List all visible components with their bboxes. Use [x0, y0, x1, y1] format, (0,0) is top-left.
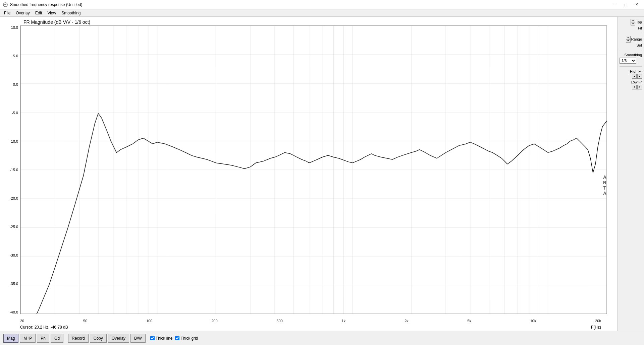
low-fr-row: ◄ ► — [620, 85, 642, 89]
mp-button[interactable]: M+P — [20, 334, 36, 343]
y-label-0: 0.0 — [13, 82, 18, 86]
high-fr-row: ◄ ► — [620, 74, 642, 79]
frequency-chart[interactable] — [20, 25, 607, 314]
copy-button[interactable]: Copy — [90, 334, 107, 343]
right-panel: ▲ ▼ Top Fit ▲ ▼ Range Set — [617, 17, 644, 331]
x-label-200: 200 — [211, 319, 217, 323]
minimize-button[interactable]: ─ — [610, 1, 620, 8]
high-fr-label: High Fr — [620, 69, 642, 73]
y-label--15: -15.0 — [10, 168, 18, 172]
smoothing-select[interactable]: 1/6 Off 1/48 1/24 1/12 1/3 1/2 1/1 — [620, 58, 636, 64]
range-group: ▲ ▼ Range Set — [620, 36, 642, 47]
chart-area: FR Magnitude (dB V/V - 1/6 oct) 10.0 5.0… — [0, 17, 617, 331]
top-spin-down[interactable]: ▼ — [631, 22, 635, 25]
menu-item-file[interactable]: File — [1, 10, 13, 16]
fit-row: Fit — [620, 26, 642, 30]
record-button[interactable]: Record — [68, 334, 89, 343]
low-fr-group: Low Fr ◄ ► — [620, 80, 642, 89]
low-fr-right[interactable]: ► — [637, 85, 642, 89]
x-label-20k: 20k — [595, 319, 601, 323]
x-label-5k: 5k — [467, 319, 471, 323]
high-fr-left[interactable]: ◄ — [632, 74, 637, 79]
chart-title: FR Magnitude (dB V/V - 1/6 oct) — [0, 17, 617, 25]
fhz-label: F(Hz) — [591, 325, 601, 330]
main-layout: FR Magnitude (dB V/V - 1/6 oct) 10.0 5.0… — [0, 17, 644, 331]
top-fit-group: ▲ ▼ Top Fit — [620, 19, 642, 30]
menubar: FileOverlayEditViewSmoothing — [0, 9, 644, 17]
bottom-toolbar: Mag M+P Ph Gd Record Copy Overlay B/W Th… — [0, 331, 644, 345]
range-spin-down[interactable]: ▼ — [626, 39, 631, 43]
smoothing-group: Smoothing 1/6 Off 1/48 1/24 1/12 1/3 1/2… — [620, 53, 642, 64]
cursor-info: Cursor: 20.2 Hz, -46.78 dB — [20, 325, 68, 330]
thick-grid-label: Thick grid — [180, 336, 198, 341]
bw-button[interactable]: B/W — [130, 334, 146, 343]
smoothing-label: Smoothing — [620, 53, 642, 57]
low-fr-left[interactable]: ◄ — [632, 85, 637, 89]
y-label--30: -30.0 — [10, 253, 18, 257]
y-label-5: 5.0 — [13, 54, 18, 58]
menu-item-edit[interactable]: Edit — [33, 10, 45, 16]
y-label--25: -25.0 — [10, 225, 18, 229]
y-label--20: -20.0 — [10, 196, 18, 200]
high-fr-group: High Fr ◄ ► — [620, 69, 642, 79]
mag-button[interactable]: Mag — [3, 334, 18, 343]
maximize-button[interactable]: □ — [621, 1, 631, 8]
y-label-10: 10.0 — [11, 25, 18, 29]
close-button[interactable]: ✕ — [632, 1, 641, 8]
menu-item-smoothing[interactable]: Smoothing — [59, 10, 83, 16]
fit-label: Fit — [638, 26, 642, 30]
y-label--10: -10.0 — [10, 139, 18, 143]
x-label-2k: 2k — [405, 319, 409, 323]
thick-line-check[interactable]: Thick line — [150, 336, 173, 341]
set-row: Set — [620, 43, 642, 47]
y-label--35: -35.0 — [10, 282, 18, 286]
x-axis-labels: 20 50 100 200 500 1k 2k 5k 10k 20k — [20, 319, 601, 323]
y-label--5: -5.0 — [12, 111, 18, 115]
app-icon — [3, 2, 8, 7]
overlay-button[interactable]: Overlay — [108, 334, 129, 343]
x-label-20: 20 — [20, 319, 24, 323]
x-label-500: 500 — [276, 319, 282, 323]
low-fr-label: Low Fr — [620, 80, 642, 84]
thick-grid-checkbox[interactable] — [175, 336, 179, 340]
range-row: ▲ ▼ Range — [620, 36, 642, 43]
window-title: Smoothed frequency response (Untitled) — [10, 2, 610, 7]
thick-grid-check[interactable]: Thick grid — [175, 336, 198, 341]
x-label-1k: 1k — [341, 319, 345, 323]
high-fr-right[interactable]: ► — [637, 74, 642, 79]
range-spin: ▲ ▼ — [626, 36, 631, 43]
thick-line-label: Thick line — [156, 336, 173, 341]
x-label-100: 100 — [146, 319, 152, 323]
thick-line-checkbox[interactable] — [150, 336, 155, 340]
menu-item-overlay[interactable]: Overlay — [13, 10, 32, 16]
y-label--40: -40.0 — [10, 310, 18, 314]
top-label: Top — [636, 20, 642, 24]
range-spin-up[interactable]: ▲ — [626, 36, 631, 39]
x-label-50: 50 — [83, 319, 87, 323]
x-label-10k: 10k — [530, 319, 536, 323]
set-label: Set — [636, 43, 642, 47]
range-label: Range — [631, 37, 642, 41]
window-controls: ─ □ ✕ — [610, 1, 641, 8]
top-control-row: ▲ ▼ Top — [620, 19, 642, 25]
top-spin: ▲ ▼ — [631, 19, 635, 25]
menu-item-view[interactable]: View — [45, 10, 59, 16]
ph-button[interactable]: Ph — [37, 334, 49, 343]
top-spin-up[interactable]: ▲ — [631, 19, 635, 22]
arta-label: A R T A — [603, 56, 606, 314]
gd-button[interactable]: Gd — [51, 334, 63, 343]
titlebar: Smoothed frequency response (Untitled) ─… — [0, 0, 644, 9]
